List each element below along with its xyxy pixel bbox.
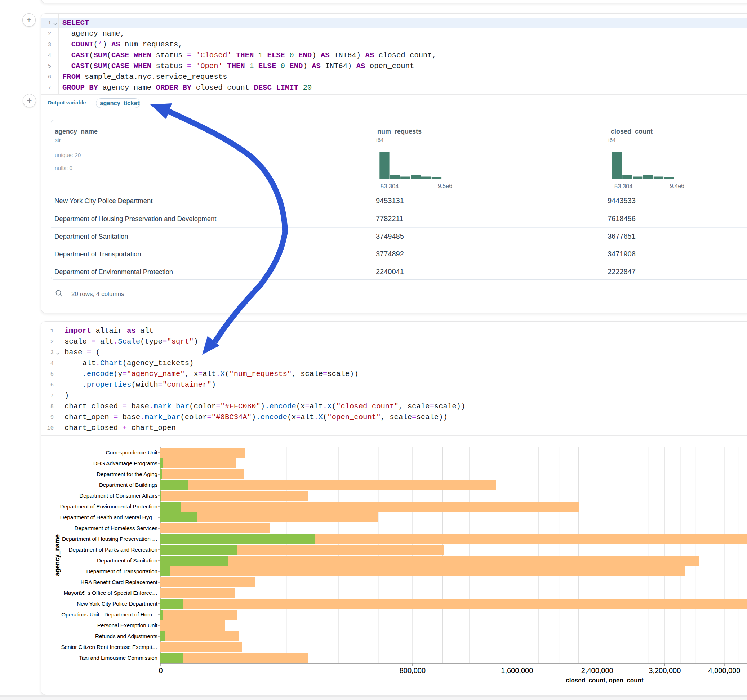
svg-text:Mayorâ€ s Office of Special En: Mayorâ€ s Office of Special Enforce…	[64, 590, 157, 596]
svg-text:4,000,000: 4,000,000	[708, 667, 741, 674]
svg-text:Department of Transportation: Department of Transportation	[86, 568, 157, 574]
svg-text:Department of Housing Preserva: Department of Housing Preservation …	[62, 536, 157, 542]
svg-text:Department of Consumer Affairs: Department of Consumer Affairs	[79, 493, 157, 499]
svg-text:1,600,000: 1,600,000	[501, 667, 533, 674]
svg-text:Personal Exemption Unit: Personal Exemption Unit	[97, 622, 158, 628]
svg-text:Senior Citizen Rent Increase E: Senior Citizen Rent Increase Exempti…	[61, 644, 157, 650]
svg-text:agency_name: agency_name	[54, 534, 61, 576]
svg-text:Refunds and Adjustments: Refunds and Adjustments	[95, 633, 157, 639]
svg-text:Operations Unit - Department o: Operations Unit - Department of Hom…	[61, 611, 157, 617]
svg-text:800,000: 800,000	[400, 667, 426, 674]
svg-text:Department of Health and Menta: Department of Health and Mental Hyg…	[60, 514, 157, 520]
svg-text:Department of Parks and Recrea: Department of Parks and Recreation	[68, 547, 157, 553]
svg-text:Correspondence Unit: Correspondence Unit	[106, 450, 157, 456]
svg-text:HRA Benefit Card Replacement: HRA Benefit Card Replacement	[80, 579, 157, 585]
svg-text:Department of Buildings: Department of Buildings	[99, 482, 157, 488]
svg-text:Department of Environmental Pr: Department of Environmental Protection	[60, 503, 157, 510]
svg-text:DHS Advantage Programs: DHS Advantage Programs	[93, 460, 158, 466]
svg-text:New York City Police Departmen: New York City Police Department	[77, 600, 157, 607]
svg-text:Department of Sanitation: Department of Sanitation	[97, 557, 157, 564]
svg-text:0: 0	[159, 667, 163, 674]
svg-text:Department for the Aging: Department for the Aging	[97, 471, 157, 477]
svg-text:2,400,000: 2,400,000	[581, 667, 613, 674]
svg-text:Department of Homeless Service: Department of Homeless Services	[75, 525, 158, 531]
svg-text:3,200,000: 3,200,000	[649, 667, 681, 674]
svg-text:Taxi and Limousine Commission: Taxi and Limousine Commission	[79, 655, 157, 661]
svg-text:closed_count, open_count: closed_count, open_count	[566, 677, 644, 684]
